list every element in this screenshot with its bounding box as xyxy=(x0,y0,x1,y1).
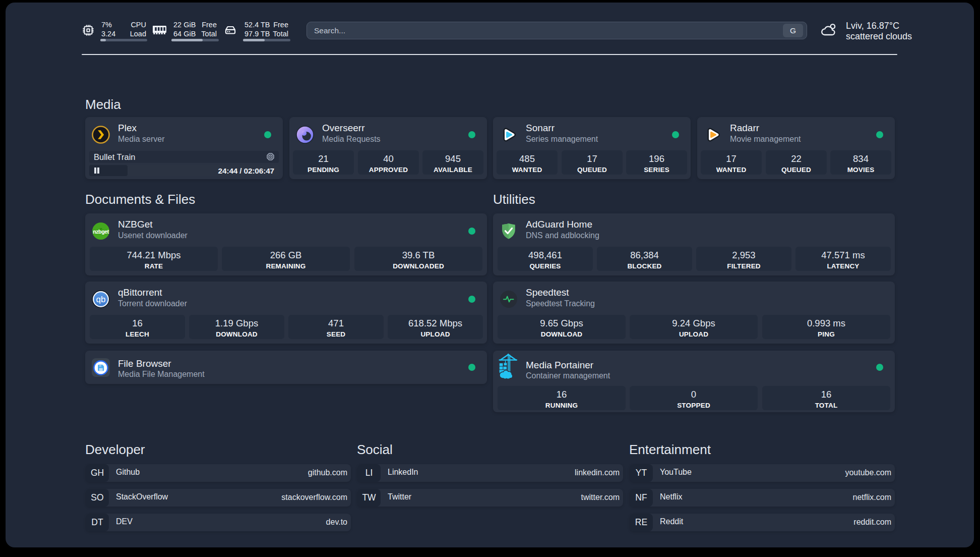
svg-text:nzbget: nzbget xyxy=(93,229,109,235)
svg-text:qb: qb xyxy=(96,295,106,304)
